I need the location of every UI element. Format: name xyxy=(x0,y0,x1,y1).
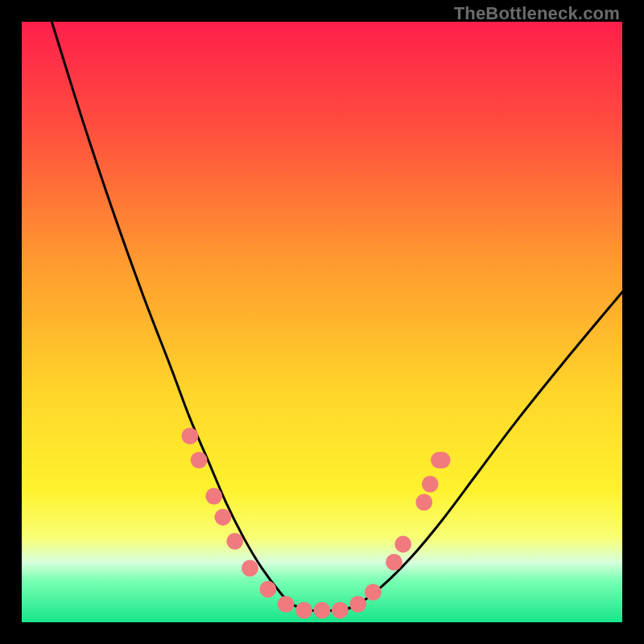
outer-frame: TheBottleneck.com xyxy=(0,0,644,644)
highlight-dot xyxy=(278,596,295,613)
highlight-dot xyxy=(332,602,349,619)
bottleneck-curve xyxy=(52,22,622,611)
highlight-dot xyxy=(349,596,366,613)
highlight-dot xyxy=(215,509,232,526)
highlight-dot xyxy=(314,602,331,619)
highlight-dot xyxy=(415,493,432,510)
highlight-dot xyxy=(434,452,451,469)
highlight-dot xyxy=(295,602,312,619)
highlight-dot xyxy=(191,452,208,469)
chart-svg xyxy=(22,22,622,622)
highlight-dot xyxy=(365,584,382,601)
highlight-dot xyxy=(242,560,258,577)
highlight-dots xyxy=(182,427,451,618)
watermark-text: TheBottleneck.com xyxy=(454,3,620,24)
highlight-dot xyxy=(422,476,439,493)
highlight-dot xyxy=(260,581,277,598)
highlight-dot xyxy=(182,427,199,444)
highlight-dot xyxy=(226,533,243,550)
highlight-dot xyxy=(394,536,411,553)
highlight-dot xyxy=(386,554,402,571)
highlight-dot xyxy=(205,488,222,505)
